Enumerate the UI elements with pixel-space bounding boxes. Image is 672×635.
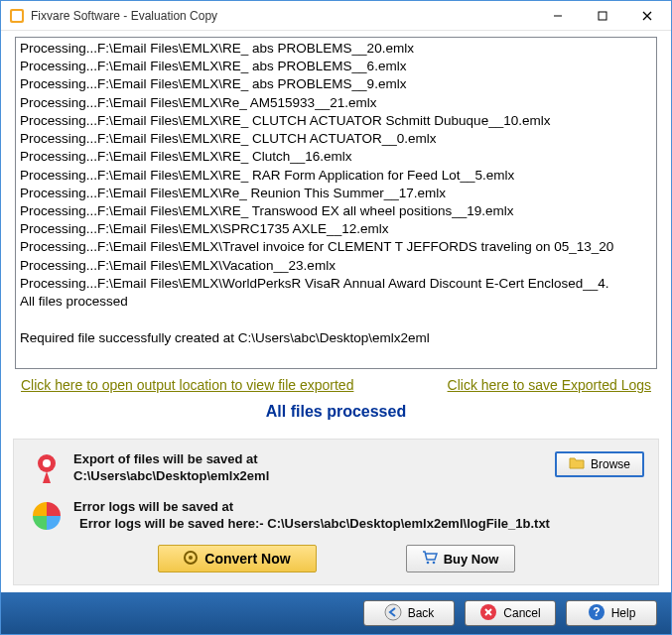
minimize-button[interactable] bbox=[535, 1, 580, 30]
export-label: Export of files will be saved at bbox=[73, 451, 535, 466]
log-line: Processing...F:\Email Files\EMLX\RE_ abs… bbox=[20, 75, 652, 93]
buy-button[interactable]: Buy Now bbox=[406, 545, 515, 572]
svg-point-11 bbox=[432, 561, 435, 564]
cancel-icon bbox=[479, 603, 497, 624]
log-line: Processing...F:\Email Files\EMLX\WorldPe… bbox=[20, 275, 652, 293]
back-button[interactable]: Back bbox=[363, 600, 455, 626]
log-line: Processing...F:\Email Files\EMLX\RE_ Clu… bbox=[20, 148, 652, 166]
svg-point-9 bbox=[189, 556, 193, 560]
close-button[interactable] bbox=[624, 1, 669, 30]
links-row: Click here to open output location to vi… bbox=[3, 375, 669, 399]
svg-point-7 bbox=[43, 459, 51, 467]
pin-icon bbox=[28, 451, 66, 485]
log-line: All files processed bbox=[20, 293, 652, 311]
browse-button[interactable]: Browse bbox=[555, 451, 644, 477]
status-message: All files processed bbox=[3, 399, 669, 433]
back-label: Back bbox=[408, 606, 435, 620]
log-line: Processing...F:\Email Files\EMLX\SPRC173… bbox=[20, 220, 652, 238]
pie-icon bbox=[28, 499, 66, 531]
errorlog-label: Error logs will be saved at bbox=[73, 499, 644, 514]
footer: Back Cancel ? Help bbox=[1, 592, 671, 634]
folder-icon bbox=[569, 456, 585, 473]
app-window: Fixvare Software - Evaluation Copy Proce… bbox=[0, 0, 672, 635]
log-line: Processing...F:\Email Files\EMLX\RE_ Tra… bbox=[20, 202, 652, 220]
settings-panel: Export of files will be saved at C:\User… bbox=[13, 439, 659, 585]
cancel-label: Cancel bbox=[503, 606, 540, 620]
export-path: C:\Users\abc\Desktop\emlx2eml bbox=[73, 468, 535, 483]
convert-button[interactable]: Convert Now bbox=[158, 545, 317, 572]
window-title: Fixvare Software - Evaluation Copy bbox=[31, 9, 535, 23]
gear-icon bbox=[183, 550, 199, 569]
cancel-button[interactable]: Cancel bbox=[465, 600, 556, 626]
log-line: Processing...F:\Email Files\EMLX\Re_ AM5… bbox=[20, 94, 652, 112]
log-line: Processing...F:\Email Files\EMLX\RE_ abs… bbox=[20, 40, 652, 58]
svg-text:?: ? bbox=[593, 605, 600, 619]
export-row: Export of files will be saved at C:\User… bbox=[28, 451, 644, 485]
svg-point-10 bbox=[426, 561, 429, 564]
window-controls bbox=[535, 1, 669, 30]
buy-label: Buy Now bbox=[444, 552, 499, 567]
browse-label: Browse bbox=[591, 457, 630, 471]
titlebar: Fixvare Software - Evaluation Copy bbox=[1, 1, 671, 31]
svg-rect-3 bbox=[599, 12, 606, 20]
help-label: Help bbox=[611, 606, 636, 620]
app-icon bbox=[9, 8, 25, 24]
convert-label: Convert Now bbox=[204, 551, 290, 567]
errorlog-path: Error logs will be saved here:- C:\Users… bbox=[73, 516, 644, 531]
log-line: Required file successfully created at C:… bbox=[20, 329, 652, 347]
errorlog-row: Error logs will be saved at Error logs w… bbox=[28, 499, 644, 531]
action-row: Convert Now Buy Now bbox=[28, 537, 644, 574]
log-line: Processing...F:\Email Files\EMLX\RE_ abs… bbox=[20, 58, 652, 75]
back-icon bbox=[384, 603, 402, 624]
save-logs-link[interactable]: Click here to save Exported Logs bbox=[448, 377, 651, 393]
log-line bbox=[20, 311, 652, 328]
log-line: Processing...F:\Email Files\EMLX\Re_ Reu… bbox=[20, 185, 652, 202]
svg-point-12 bbox=[385, 604, 401, 620]
svg-rect-1 bbox=[12, 11, 22, 21]
help-icon: ? bbox=[588, 603, 605, 624]
cart-icon bbox=[422, 551, 438, 568]
open-output-link[interactable]: Click here to open output location to vi… bbox=[21, 377, 353, 393]
log-output[interactable]: Processing...F:\Email Files\EMLX\RE_ abs… bbox=[15, 37, 657, 369]
log-line: Processing...F:\Email Files\EMLX\RE_ CLU… bbox=[20, 130, 652, 148]
log-line: Processing...F:\Email Files\EMLX\RE_ RAR… bbox=[20, 167, 652, 185]
help-button[interactable]: ? Help bbox=[566, 600, 657, 626]
maximize-button[interactable] bbox=[580, 1, 624, 30]
content-area: Processing...F:\Email Files\EMLX\RE_ abs… bbox=[1, 31, 671, 592]
log-line: Processing...F:\Email Files\EMLX\Travel … bbox=[20, 238, 652, 256]
log-line: Processing...F:\Email Files\EMLX\Vacatio… bbox=[20, 257, 652, 275]
log-line: Processing...F:\Email Files\EMLX\RE_ CLU… bbox=[20, 112, 652, 130]
